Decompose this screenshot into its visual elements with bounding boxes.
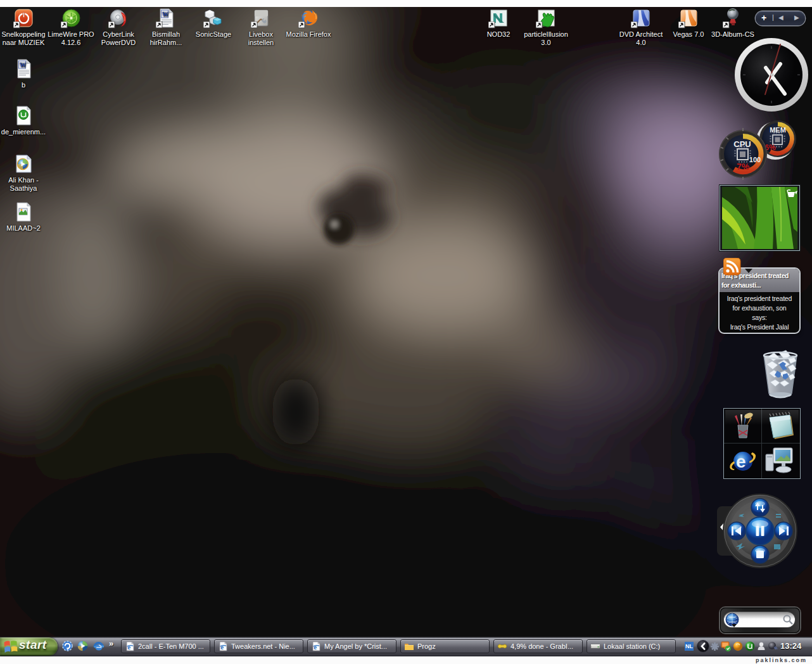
svg-text:7%: 7% xyxy=(737,162,750,172)
svg-text:e: e xyxy=(127,643,130,651)
svg-text:100: 100 xyxy=(749,156,761,163)
svg-text:W: W xyxy=(20,61,26,68)
svg-text:e: e xyxy=(220,643,224,651)
svg-text:W: W xyxy=(162,11,168,18)
svg-text:CPU: CPU xyxy=(733,139,751,149)
svg-text:MEM: MEM xyxy=(770,126,786,134)
svg-text:e: e xyxy=(314,643,317,651)
svg-text:e: e xyxy=(736,452,746,471)
